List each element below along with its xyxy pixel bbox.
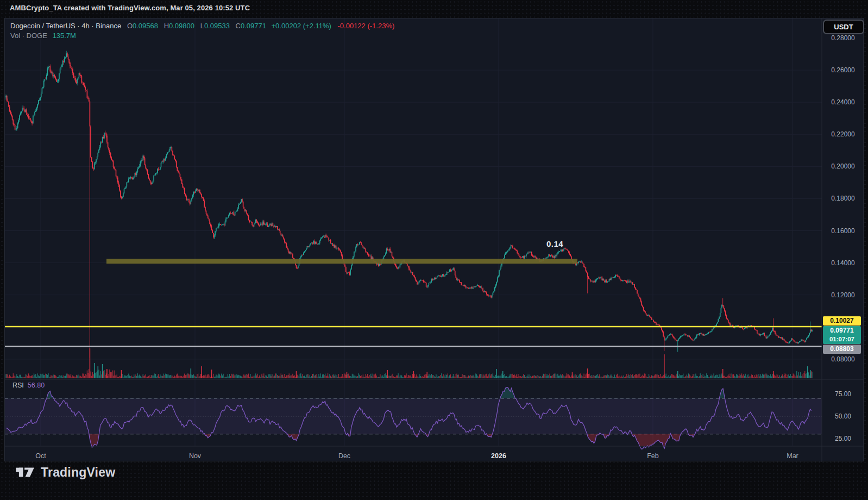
horizontal-levels[interactable]	[5, 327, 822, 346]
price-axis-label: 0.28000	[831, 34, 855, 42]
tradingview-logo-text: TradingView	[41, 465, 115, 480]
price-axis-label: 0.12000	[831, 291, 855, 299]
volume-value: 135.7M	[53, 32, 76, 40]
symbol-legend: Dogecoin / TetherUS · 4h · Binance O0.09…	[10, 21, 394, 41]
price-axis-label: 0.26000	[831, 66, 855, 74]
open-pair: O0.09568	[127, 22, 158, 30]
bar-countdown: 01:07:07	[823, 335, 861, 343]
symbol-title[interactable]: Dogecoin / TetherUS · 4h · Binance	[10, 22, 121, 30]
price-axis-label: 0.20000	[831, 162, 855, 170]
rsi-axis-label: 25.00	[835, 435, 851, 442]
price-tag-yellow-level: 0.10027	[823, 316, 861, 326]
tradingview-logo-icon	[15, 465, 36, 480]
volume-label[interactable]: Vol · DOGE	[10, 32, 47, 40]
screenshot-frame: AMBCrypto_TA created with TradingView.co…	[0, 0, 868, 500]
legend-row-ohlc: Dogecoin / TetherUS · 4h · Binance O0.09…	[10, 21, 394, 31]
time-axis-label: Dec	[338, 452, 350, 460]
price-axis-label: 0.24000	[831, 98, 855, 106]
price-chart-canvas[interactable]: 0.280000.260000.240000.220000.200000.180…	[5, 18, 864, 462]
zone-price-annotation: 0.14	[546, 239, 563, 248]
price-axis-label: 0.08000	[831, 355, 855, 363]
price-axis[interactable]: 0.280000.260000.240000.220000.200000.180…	[831, 34, 855, 442]
rsi-axis-label: 50.00	[835, 412, 851, 420]
time-axis-label: Oct	[35, 452, 46, 460]
currency-toggle-button[interactable]: USDT	[823, 20, 864, 34]
time-axis-label: Mar	[787, 452, 798, 460]
volume-series	[6, 348, 812, 378]
current-price-value: 0.09771	[823, 326, 861, 335]
price-axis-label: 0.14000	[831, 259, 855, 267]
rsi-legend: RSI56.80	[12, 382, 45, 389]
supply-zone-box[interactable]	[106, 259, 577, 264]
high-pair: H0.09800	[164, 22, 194, 30]
time-axis-label: Nov	[189, 452, 202, 460]
candlestick-series	[6, 51, 812, 358]
grid-lines	[5, 18, 822, 446]
change-positive: +0.00202 (+2.11%)	[272, 22, 331, 30]
rsi-label[interactable]: RSI	[12, 382, 24, 389]
close-pair: C0.09771	[236, 22, 266, 30]
price-tag-gray-level: 0.08803	[823, 345, 861, 354]
tradingview-logo[interactable]: TradingView	[15, 465, 115, 480]
low-pair: L0.09533	[200, 22, 230, 30]
rsi-axis-label: 75.00	[835, 390, 851, 398]
rsi-value: 56.80	[28, 382, 45, 389]
watermark-caption: AMBCrypto_TA created with TradingView.co…	[10, 4, 250, 12]
legend-row-volume: Vol · DOGE 135.7M	[10, 31, 394, 41]
price-axis-label: 0.22000	[831, 130, 855, 138]
chart-widget: 0.280000.260000.240000.220000.200000.180…	[4, 18, 864, 461]
time-axis-label: Feb	[647, 452, 659, 460]
price-tag-current: 0.09771 01:07:07	[823, 326, 861, 344]
price-axis-label: 0.16000	[831, 227, 855, 235]
time-axis-label: 2026	[491, 452, 506, 460]
price-axis-label: 0.18000	[831, 195, 855, 202]
change-negative: -0.00122 (-1.23%)	[338, 22, 395, 30]
time-axis[interactable]: OctNovDec2026FebMar	[35, 452, 798, 460]
pane-separators	[5, 18, 864, 462]
